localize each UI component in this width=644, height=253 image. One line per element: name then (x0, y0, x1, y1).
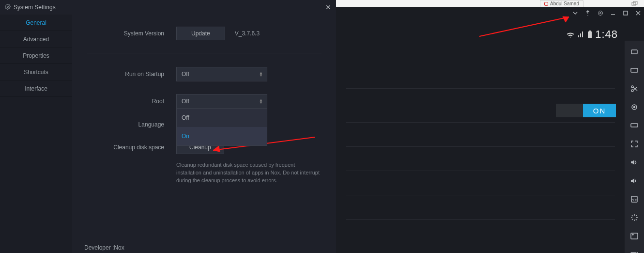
sidebar-item-shortcuts[interactable]: Shortcuts (0, 64, 72, 80)
sidebar-item-advanced[interactable]: Advanced (0, 31, 72, 47)
browser-restore-icon[interactable] (628, 0, 642, 7)
gear-icon[interactable] (598, 10, 603, 17)
maximize-icon[interactable] (623, 10, 629, 17)
row-system-version: System Version Update V_3.7.6.3 (87, 27, 322, 40)
svg-rect-35 (631, 233, 638, 239)
list-divider (346, 122, 615, 123)
emulator-topbar (572, 7, 641, 20)
svg-line-18 (633, 87, 637, 91)
folder-icon[interactable] (630, 232, 639, 240)
keyboard-icon[interactable] (630, 66, 639, 75)
root-option-on[interactable]: On (177, 127, 267, 145)
browser-strip (336, 0, 644, 7)
row-run-on-startup: Run on Startup Off ▲▼ (87, 67, 322, 81)
root-option-off[interactable]: Off (177, 109, 267, 127)
rotate-icon[interactable] (630, 47, 639, 56)
svg-point-2 (7, 6, 9, 7)
svg-line-32 (636, 219, 637, 220)
loading-icon[interactable] (630, 213, 639, 222)
svg-rect-1 (633, 1, 637, 4)
settings-title: System Settings (14, 4, 325, 11)
list-divider (346, 146, 615, 147)
root-dropdown: Off On (176, 108, 267, 146)
svg-line-31 (632, 215, 633, 216)
svg-line-33 (632, 219, 633, 220)
label-language: Language (87, 121, 176, 128)
minimize-icon[interactable] (610, 10, 616, 17)
svg-rect-9 (588, 32, 592, 38)
chevron-down-icon[interactable] (572, 10, 578, 17)
list-divider (346, 195, 615, 195)
label-system-version: System Version (87, 30, 176, 37)
settings-sidebar: General Advanced Properties Shortcuts In… (0, 15, 72, 253)
tab-label: Abdul Samad (550, 1, 579, 6)
svg-rect-22 (631, 124, 638, 127)
svg-marker-24 (631, 178, 634, 183)
record-icon[interactable] (630, 250, 639, 253)
svg-rect-6 (624, 11, 628, 15)
fullscreen-icon[interactable] (630, 140, 639, 148)
wifi-icon (566, 31, 575, 38)
battery-icon (587, 31, 592, 38)
phone-status-bar: 1:48 (566, 28, 618, 41)
gear-icon (5, 4, 11, 11)
select-value: Off (182, 71, 189, 78)
svg-point-3 (600, 12, 601, 14)
spinner-icon: ▲▼ (259, 72, 263, 77)
row-root: Root Off ▲▼ (87, 94, 322, 109)
list-divider (346, 88, 615, 89)
scissors-icon[interactable] (630, 84, 639, 93)
signal-icon (578, 31, 584, 38)
apk-icon[interactable]: APK (630, 195, 639, 204)
tab-favicon (544, 2, 548, 6)
label-run-on-startup: Run on Startup (87, 71, 176, 78)
location-icon[interactable] (630, 103, 639, 111)
svg-rect-11 (631, 50, 637, 54)
svg-rect-0 (632, 2, 636, 5)
cleanup-help-text: Cleanup redundant disk space caused by f… (176, 161, 322, 184)
volume-up-icon[interactable] (630, 158, 639, 167)
settings-titlebar: System Settings ✕ (0, 0, 336, 15)
svg-point-4 (598, 11, 603, 15)
close-icon[interactable]: ✕ (325, 3, 331, 11)
spinner-icon: ▲▼ (259, 99, 263, 104)
svg-rect-12 (631, 68, 638, 72)
label-root: Root (87, 98, 176, 105)
svg-point-21 (634, 107, 635, 108)
divider (87, 53, 322, 53)
settings-window: System Settings ✕ General Advanced Prope… (0, 0, 336, 253)
svg-point-17 (631, 90, 633, 92)
list-divider (346, 219, 615, 220)
emulator-window: 1:48 ON APK (336, 7, 644, 253)
svg-text:APK: APK (631, 198, 637, 201)
sidebar-item-interface[interactable]: Interface (0, 80, 72, 97)
settings-content: System Version Update V_3.7.6.3 Run on S… (72, 15, 336, 253)
pin-icon[interactable] (585, 10, 591, 17)
emulator-toolstrip: APK (625, 41, 644, 253)
sidebar-item-general[interactable]: General (0, 15, 72, 31)
select-value: Off (182, 98, 189, 105)
svg-point-36 (632, 234, 633, 235)
svg-line-19 (633, 87, 637, 90)
status-clock: 1:48 (595, 28, 618, 41)
toggle-on-label: ON (583, 104, 616, 117)
volume-down-icon[interactable] (630, 176, 639, 185)
browser-tab[interactable]: Abdul Samad (540, 0, 583, 7)
close-icon[interactable] (635, 10, 641, 17)
list-divider (346, 171, 615, 171)
developer-footer: Developer :Nox (84, 244, 124, 251)
select-run-on-startup[interactable]: Off ▲▼ (176, 67, 267, 81)
svg-marker-23 (631, 160, 634, 165)
display-icon[interactable] (630, 121, 639, 130)
on-toggle[interactable]: ON (556, 104, 616, 117)
version-text: V_3.7.6.3 (235, 30, 260, 37)
svg-rect-10 (589, 31, 591, 32)
update-button[interactable]: Update (176, 27, 225, 40)
svg-point-16 (631, 86, 633, 88)
label-cleanup: Cleanup disk space (87, 144, 176, 151)
select-root[interactable]: Off ▲▼ (176, 94, 267, 109)
svg-line-34 (636, 215, 637, 216)
sidebar-item-properties[interactable]: Properties (0, 47, 72, 64)
